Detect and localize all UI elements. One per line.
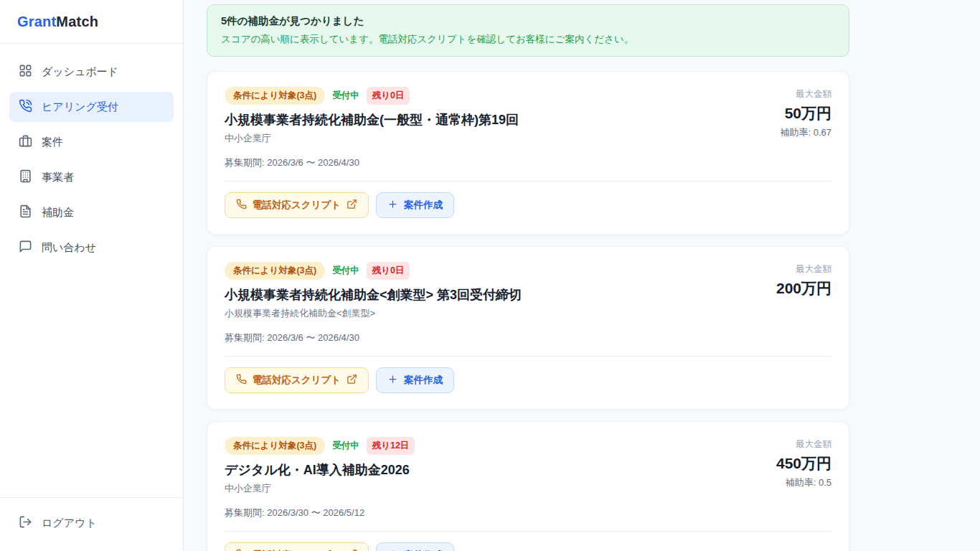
max-amount-label: 最大金額 — [780, 88, 831, 100]
phone-call-icon — [19, 99, 32, 115]
max-amount-value: 50万円 — [780, 103, 831, 123]
phone-icon — [236, 374, 247, 387]
brand-secondary: Match — [56, 14, 98, 29]
call-script-button[interactable]: 電話対応スクリプト — [225, 192, 369, 218]
briefcase-icon — [19, 134, 32, 150]
subsidy-org: 中小企業庁 — [225, 132, 519, 145]
subsidy-period: 募集期間: 2026/3/6 〜 2026/4/30 — [225, 156, 519, 169]
sidebar-footer: ログアウト — [0, 497, 183, 551]
external-link-icon — [347, 374, 357, 387]
sidebar-item-label: 案件 — [42, 136, 63, 149]
subsidy-period: 募集期間: 2026/3/6 〜 2026/4/30 — [225, 331, 522, 344]
score-badge: 条件により対象(3点) — [225, 87, 325, 105]
score-badge: 条件により対象(3点) — [225, 262, 325, 280]
results-banner: 5件の補助金が見つかりました スコアの高い順に表示しています。電話対応スクリプト… — [207, 4, 849, 57]
subsidy-org: 中小企業庁 — [225, 482, 415, 495]
status-badge: 受付中 — [332, 265, 359, 277]
plus-icon — [387, 374, 398, 387]
results-hint: スコアの高い順に表示しています。電話対応スクリプトを確認してお客様にご案内くださ… — [221, 33, 835, 46]
plus-icon — [387, 199, 398, 212]
sidebar-item-inquiries[interactable]: 問い合わせ — [9, 232, 174, 263]
sidebar-item-label: 問い合わせ — [42, 241, 96, 255]
sidebar-item-hearing[interactable]: ヒアリング受付 — [9, 92, 174, 122]
create-case-button[interactable]: 案件作成 — [376, 367, 454, 393]
subsidy-rate: 補助率: 0.5 — [776, 476, 831, 489]
deadline-badge: 残り0日 — [367, 262, 410, 280]
sidebar-nav: ダッシュボード ヒアリング受付 案件 事業者 補助金 問い合わせ — [0, 44, 183, 497]
subsidy-card: 条件により対象(3点) 受付中 残り12日 デジタル化・AI導入補助金2026 … — [207, 421, 849, 551]
sidebar-item-label: ヒアリング受付 — [42, 100, 118, 114]
sidebar-item-subsidies[interactable]: 補助金 — [9, 197, 174, 227]
dashboard-icon — [19, 64, 32, 80]
app-logo: GrantMatch — [0, 0, 183, 44]
subsidy-org: 小規模事業者持続化補助金<創業型> — [225, 307, 522, 320]
call-script-label: 電話対応スクリプト — [253, 374, 341, 387]
phone-icon — [236, 199, 247, 212]
chat-icon — [19, 240, 32, 255]
sidebar-item-label: 補助金 — [42, 206, 74, 220]
sidebar: GrantMatch ダッシュボード ヒアリング受付 案件 事業者 補助金 問い… — [0, 0, 184, 551]
create-case-button[interactable]: 案件作成 — [376, 192, 454, 218]
card-divider — [225, 181, 831, 182]
create-case-label: 案件作成 — [404, 374, 443, 387]
external-link-icon — [347, 199, 357, 212]
building-icon — [19, 169, 32, 185]
document-icon — [19, 204, 32, 220]
subsidy-card: 条件により対象(3点) 受付中 残り0日 小規模事業者持続化補助金(一般型・通常… — [207, 71, 849, 235]
results-count: 5件の補助金が見つかりました — [221, 14, 835, 28]
card-divider — [225, 356, 831, 357]
subsidy-card: 条件により対象(3点) 受付中 残り0日 小規模事業者持続化補助金<創業型> 第… — [207, 246, 849, 410]
call-script-label: 電話対応スクリプト — [253, 199, 341, 212]
subsidy-period: 募集期間: 2026/3/30 〜 2026/5/12 — [225, 507, 415, 519]
logout-icon — [19, 515, 32, 531]
logout-label: ログアウト — [42, 517, 97, 530]
card-divider — [225, 531, 831, 532]
max-amount-label: 最大金額 — [776, 263, 831, 276]
sidebar-item-label: 事業者 — [42, 171, 74, 184]
create-case-label: 案件作成 — [404, 199, 443, 212]
max-amount-value: 450万円 — [776, 453, 831, 474]
score-badge: 条件により対象(3点) — [225, 437, 325, 455]
main-content: 5件の補助金が見つかりました スコアの高い順に表示しています。電話対応スクリプト… — [184, 0, 980, 551]
sidebar-item-label: ダッシュボード — [42, 65, 118, 79]
subsidy-rate: 補助率: 0.67 — [780, 126, 831, 139]
logout-button[interactable]: ログアウト — [9, 508, 174, 538]
call-script-button[interactable]: 電話対応スクリプト — [225, 367, 369, 393]
subsidy-title: 小規模事業者持続化補助金<創業型> 第3回受付締切 — [225, 286, 522, 303]
subsidy-title: 小規模事業者持続化補助金(一般型・通常枠)第19回 — [225, 111, 519, 128]
sidebar-item-dashboard[interactable]: ダッシュボード — [9, 57, 174, 87]
deadline-badge: 残り0日 — [367, 87, 410, 105]
status-badge: 受付中 — [332, 440, 359, 452]
sidebar-item-cases[interactable]: 案件 — [9, 127, 174, 157]
max-amount-value: 200万円 — [776, 278, 831, 298]
brand-primary: Grant — [17, 14, 56, 29]
sidebar-item-businesses[interactable]: 事業者 — [9, 162, 174, 192]
subsidy-title: デジタル化・AI導入補助金2026 — [225, 461, 415, 479]
max-amount-label: 最大金額 — [776, 438, 831, 451]
deadline-badge: 残り12日 — [367, 437, 415, 455]
status-badge: 受付中 — [332, 90, 359, 102]
call-script-button[interactable]: 電話対応スクリプト — [225, 542, 369, 551]
create-case-button[interactable]: 案件作成 — [376, 542, 454, 551]
